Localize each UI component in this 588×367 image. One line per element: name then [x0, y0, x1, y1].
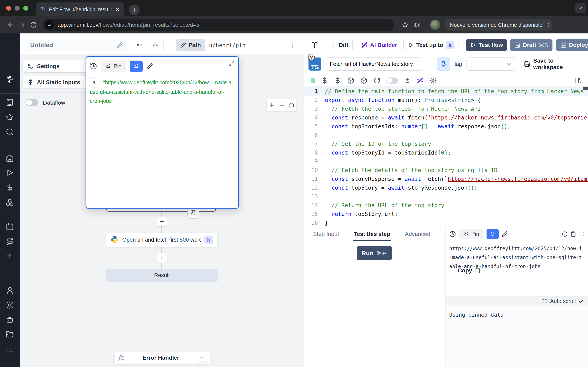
insert-step-button[interactable] [157, 217, 167, 226]
save-to-workspace-button[interactable]: Save to workspace [524, 58, 584, 71]
result-node[interactable]: Result [106, 269, 218, 282]
auto-scroll-label[interactable]: Auto scroll [550, 298, 576, 304]
sidebar-item-routes[interactable] [6, 237, 14, 245]
chrome-update-button[interactable]: Nouvelle version de Chrome disponible [444, 19, 553, 31]
expand-logs-icon[interactable] [542, 299, 547, 304]
sidebar-item-favorites[interactable] [6, 113, 14, 121]
draft-button[interactable]: Draft ⌘S [510, 39, 553, 51]
step-summary-input[interactable] [326, 58, 423, 71]
add-error-handler-button[interactable] [197, 353, 207, 363]
clipboard-icon[interactable] [571, 231, 576, 237]
fit-view-button[interactable] [289, 102, 294, 108]
sidebar-item-account[interactable] [6, 286, 14, 294]
tab-close-icon[interactable] [115, 7, 120, 12]
windmill-logo-icon[interactable] [5, 75, 14, 84]
flow-name-field[interactable]: Untitled [26, 39, 127, 51]
ai-builder-button[interactable]: AI Builder [357, 39, 401, 51]
browser-tab[interactable]: Edit Flow u/henri/pin_results | [36, 2, 124, 16]
reload-button[interactable] [28, 19, 39, 31]
rename-pencil-icon[interactable] [117, 42, 123, 48]
reload-script-icon[interactable] [373, 77, 380, 84]
sidebar-item-logs[interactable] [6, 345, 14, 353]
back-button[interactable] [5, 19, 16, 31]
info-icon[interactable] [562, 231, 568, 237]
result-pin-active-button[interactable] [486, 229, 499, 239]
history-icon[interactable] [90, 63, 97, 70]
error-handler-node[interactable]: Error Handler [114, 351, 210, 364]
redo-button[interactable] [148, 42, 164, 48]
path-label: Path [189, 42, 201, 48]
sidebar-item-resources[interactable] [6, 198, 14, 206]
sidebar-item-home[interactable] [6, 154, 14, 162]
pin-icon [133, 63, 139, 69]
window-zoom-button[interactable] [23, 6, 28, 11]
code-editor[interactable]: 1// Define the main function to fetch th… [304, 87, 588, 227]
sidebar-item-add[interactable] [6, 252, 14, 260]
code-line: 10 // Fetch the details of the top story… [304, 166, 588, 175]
result-pin-toggle-button[interactable]: Pin [459, 229, 484, 239]
pin-toggle-button[interactable]: Pin [101, 60, 126, 72]
more-options-kebab-icon[interactable] [289, 42, 296, 49]
path-button[interactable]: Path u/henri/pin [176, 39, 250, 51]
tab-advanced[interactable]: Advanced [404, 228, 432, 241]
tab-test-this-step[interactable]: Test this step [353, 228, 391, 241]
resize-handle[interactable] [233, 203, 237, 208]
library-icon[interactable] [574, 77, 581, 84]
sidebar-item-folders[interactable] [6, 330, 14, 338]
node-pin-button[interactable] [187, 207, 199, 218]
tab-step-input[interactable]: Step Input [312, 228, 340, 241]
run-button[interactable]: Run ⌘↵ [357, 246, 392, 260]
profile-avatar[interactable] [430, 20, 440, 30]
sidebar-divider [0, 145, 20, 145]
window-close-button[interactable] [6, 6, 11, 11]
extensions-icon[interactable] [411, 19, 422, 31]
test-up-to-button[interactable]: Test up to a [403, 39, 459, 51]
undo-button[interactable] [132, 42, 148, 48]
ai-assist-icon[interactable] [417, 77, 424, 84]
expand-popup-icon[interactable] [228, 60, 234, 66]
flow-node-b[interactable]: Open url and fetch first 500 words of ..… [106, 233, 218, 247]
site-info-icon[interactable] [45, 20, 54, 29]
code-line: 2export async function main(): Promise<s… [304, 96, 588, 104]
editor-settings-icon[interactable] [430, 77, 437, 84]
sidebar-item-variables[interactable] [6, 183, 14, 192]
edit-pencil-icon[interactable] [146, 63, 153, 69]
docs-book-button[interactable] [307, 39, 322, 51]
tag-select[interactable] [467, 58, 515, 71]
sidebar-item-runs[interactable] [6, 169, 14, 177]
sidebar-item-search[interactable] [6, 128, 14, 136]
zoom-in-button[interactable] [269, 102, 275, 108]
package-icon[interactable] [347, 77, 354, 84]
diff-mode-icon[interactable] [404, 77, 411, 84]
diff-button[interactable]: Diff [326, 39, 353, 51]
window-minimize-button[interactable] [15, 6, 20, 11]
sidebar-item-workers[interactable] [6, 316, 14, 324]
dataflow-toggle[interactable] [26, 99, 38, 106]
zoom-out-button[interactable] [279, 102, 285, 108]
add-variable-icon[interactable] [321, 77, 328, 84]
deploy-button[interactable]: Deploy [556, 39, 588, 51]
copy-button[interactable]: Copy [458, 267, 481, 274]
pin-step-button[interactable] [437, 58, 450, 71]
sidebar-item-schedules[interactable] [6, 223, 14, 231]
sidebar-item-workspace[interactable] [6, 98, 14, 106]
fullscreen-icon[interactable] [579, 231, 585, 237]
vim-mode-toggle[interactable] [387, 77, 398, 83]
test-flow-button[interactable]: Test flow [466, 39, 507, 51]
forward-button[interactable] [16, 19, 28, 31]
pin-icon [490, 231, 495, 237]
tab-search-chevron-button[interactable] [575, 3, 586, 13]
url-bar[interactable]: app.windmill.dev/flows/edit/u/henri/pin_… [43, 19, 394, 31]
run-shortcut: ⌘↵ [376, 250, 387, 257]
add-resource-icon[interactable] [334, 77, 341, 84]
sidebar-item-settings[interactable] [6, 301, 14, 309]
editor-scrollbar[interactable] [582, 87, 588, 227]
pin-active-button[interactable] [130, 60, 143, 72]
package-icon[interactable] [360, 77, 367, 84]
insert-step-button[interactable] [157, 253, 167, 263]
history-icon[interactable] [449, 231, 456, 238]
play-icon [408, 42, 414, 48]
bookmark-star-icon[interactable] [399, 19, 411, 31]
edit-pencil-icon[interactable] [502, 231, 508, 237]
new-tab-button[interactable] [129, 4, 140, 15]
